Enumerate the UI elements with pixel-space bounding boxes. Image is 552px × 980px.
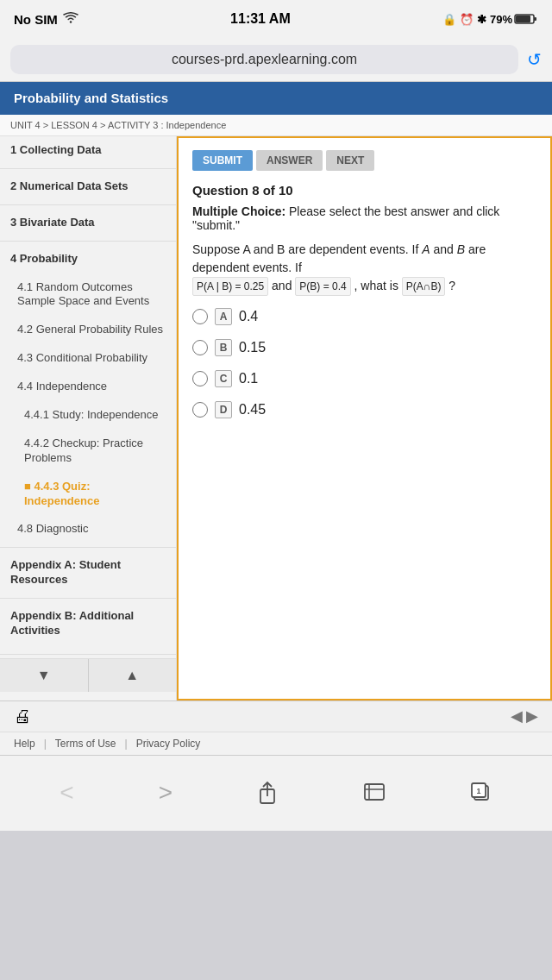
course-header: Probability and Statistics — [0, 82, 552, 115]
course-title: Probability and Statistics — [14, 91, 168, 105]
sidebar-num: ■ 4.4.3 — [24, 480, 62, 493]
option-a[interactable]: A 0.4 — [192, 308, 536, 325]
sidebar-item-random-outcomes[interactable]: 4.1 Random Outcomes Sample Space and Eve… — [0, 273, 176, 317]
question-text: Suppose A and B are dependent events. If… — [192, 241, 536, 296]
option-d[interactable]: D 0.45 — [192, 401, 536, 418]
sidebar-item-appendix-b[interactable]: Appendix B: Additional Activities — [0, 602, 176, 645]
bottom-bar: < > 1 — [0, 755, 552, 831]
submit-button[interactable]: SUBMIT — [192, 150, 253, 171]
help-link[interactable]: Help — [14, 738, 35, 750]
terms-link[interactable]: Terms of Use — [55, 738, 116, 750]
sidebar-num: 4.4.2 — [24, 437, 53, 449]
var-a: A — [422, 242, 430, 256]
alarm-icon: ⏰ — [460, 13, 474, 26]
sidebar-item-numerical-data[interactable]: 2 Numerical Data Sets — [0, 173, 176, 201]
radio-d[interactable] — [192, 402, 208, 418]
footer-links: Help | Terms of Use | Privacy Policy — [0, 732, 552, 755]
sidebar-item-appendix-a[interactable]: Appendix A: Student Resources — [0, 551, 176, 594]
sidebar-num: 1 — [10, 143, 20, 156]
sidebar-num: 3 — [10, 216, 20, 229]
privacy-link[interactable]: Privacy Policy — [136, 738, 201, 750]
print-icon[interactable]: 🖨 — [14, 707, 31, 726]
answer-button[interactable]: ANSWER — [256, 150, 323, 171]
url-field[interactable]: courses-prd.apexlearning.com — [10, 45, 518, 74]
carrier-wifi: No SIM — [14, 12, 78, 27]
forward-button[interactable]: > — [159, 779, 172, 807]
status-bar: No SIM 11:31 AM 🔒 ⏰ ✱ 79% — [0, 0, 552, 38]
sidebar-item-bivariate-data[interactable]: 3 Bivariate Data — [0, 209, 176, 237]
time-display: 11:31 AM — [230, 11, 291, 27]
sidebar-item-independence[interactable]: 4.4 Independence — [0, 373, 176, 401]
option-b[interactable]: B 0.15 — [192, 339, 536, 356]
svg-text:1: 1 — [476, 787, 480, 795]
share-button[interactable] — [257, 781, 278, 805]
reload-button[interactable]: ↺ — [527, 49, 542, 70]
sidebar-item-checkup-practice[interactable]: 4.4.2 Checkup: Practice Problems — [0, 430, 176, 473]
value-d: 0.45 — [239, 402, 266, 418]
sidebar-num: 4.4.1 — [24, 408, 53, 421]
sidebar-num: 4.4 — [17, 380, 36, 393]
tabs-button[interactable]: 1 — [470, 782, 492, 804]
sidebar-num: 4.3 — [17, 351, 36, 364]
formula1: P(A | B) = 0.25 — [192, 277, 268, 296]
formula-question: P(A∩B) — [402, 277, 446, 296]
bluetooth-icon: ✱ — [477, 13, 486, 26]
svg-rect-2 — [516, 16, 530, 22]
next-button[interactable]: NEXT — [326, 150, 374, 171]
sidebar-item-conditional-probability[interactable]: 4.3 Conditional Probability — [0, 344, 176, 373]
sidebar-nav-down[interactable]: ▼ — [0, 659, 88, 692]
radio-a[interactable] — [192, 309, 208, 324]
content-toolbar: 🖨 ◀ ▶ — [0, 700, 552, 732]
question-number: Question 8 of 10 — [192, 183, 536, 198]
quiz-buttons: SUBMIT ANSWER NEXT — [192, 150, 536, 171]
carrier-label: No SIM — [14, 12, 58, 27]
label-c: C — [215, 370, 232, 387]
status-icons: 🔒 ⏰ ✱ 79% — [442, 13, 538, 26]
sidebar-item-study-independence[interactable]: 4.4.1 Study: Independence — [0, 401, 176, 430]
label-b: B — [215, 339, 232, 356]
lock-icon: 🔒 — [442, 13, 456, 26]
nav-arrows: ◀ ▶ — [511, 707, 538, 726]
radio-c[interactable] — [192, 371, 208, 386]
sidebar-item-general-probability[interactable]: 4.2 General Probability Rules — [0, 316, 176, 344]
radio-b[interactable] — [192, 340, 208, 355]
sidebar-item-collecting-data[interactable]: 1 Collecting Data — [0, 136, 176, 165]
sidebar-item-diagnostic[interactable]: 4.8 Diagnostic — [0, 515, 176, 543]
option-c[interactable]: C 0.1 — [192, 370, 536, 387]
value-a: 0.4 — [239, 309, 258, 324]
bookmarks-button[interactable] — [363, 782, 386, 804]
var-b: B — [457, 242, 465, 256]
sidebar-num: 2 — [10, 179, 20, 192]
sidebar: 1 Collecting Data 2 Numerical Data Sets … — [0, 136, 177, 700]
sidebar-num: 4 — [10, 252, 20, 265]
sidebar-item-quiz-independence[interactable]: ■ 4.4.3 Quiz: Independence — [0, 473, 176, 516]
label-d: D — [215, 401, 232, 418]
sidebar-num: 4.1 — [17, 280, 36, 293]
sidebar-nav: ▼ ▲ — [0, 658, 176, 692]
content-area: SUBMIT ANSWER NEXT Question 8 of 10 Mult… — [177, 136, 552, 700]
wifi-icon — [63, 12, 78, 27]
label-a: A — [215, 308, 232, 325]
answer-options: A 0.4 B 0.15 C 0.1 D 0.45 — [192, 308, 536, 418]
formula2: P(B) = 0.4 — [295, 277, 350, 296]
back-button[interactable]: < — [60, 779, 73, 807]
sidebar-nav-up[interactable]: ▲ — [89, 659, 177, 692]
svg-rect-1 — [534, 17, 536, 21]
arrow-right-icon[interactable]: ▶ — [526, 707, 538, 726]
url-bar[interactable]: courses-prd.apexlearning.com ↺ — [0, 38, 552, 82]
value-c: 0.1 — [239, 371, 258, 386]
value-b: 0.15 — [239, 340, 266, 355]
sidebar-item-probability[interactable]: 4 Probability — [0, 245, 176, 273]
battery-display: 79% — [490, 13, 538, 26]
sidebar-num: 4.2 — [17, 323, 36, 336]
question-instruction: Multiple Choice: Please select the best … — [192, 204, 536, 232]
breadcrumb: UNIT 4 > LESSON 4 > ACTIVITY 3 : Indepen… — [0, 115, 552, 136]
sidebar-num: 4.8 — [17, 522, 36, 535]
main-layout: 1 Collecting Data 2 Numerical Data Sets … — [0, 136, 552, 700]
svg-rect-5 — [365, 784, 384, 800]
arrow-left-icon[interactable]: ◀ — [511, 707, 523, 726]
